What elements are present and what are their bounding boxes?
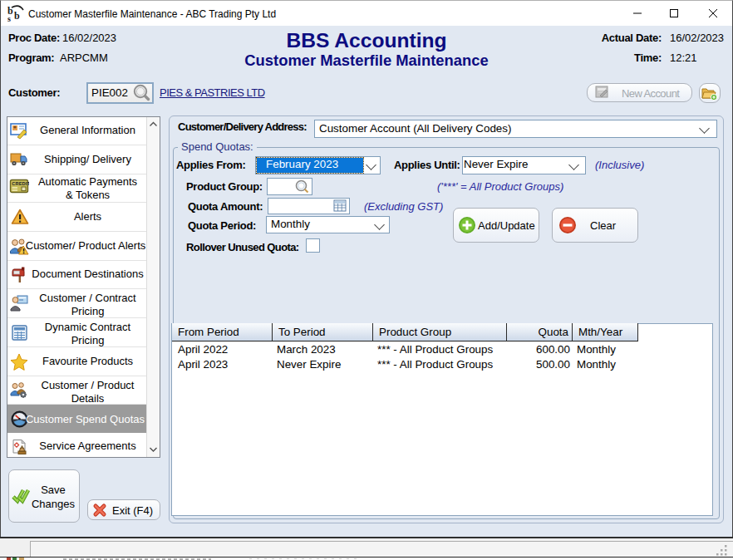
svg-text:s: s — [7, 14, 11, 23]
svg-text:b: b — [14, 10, 20, 22]
